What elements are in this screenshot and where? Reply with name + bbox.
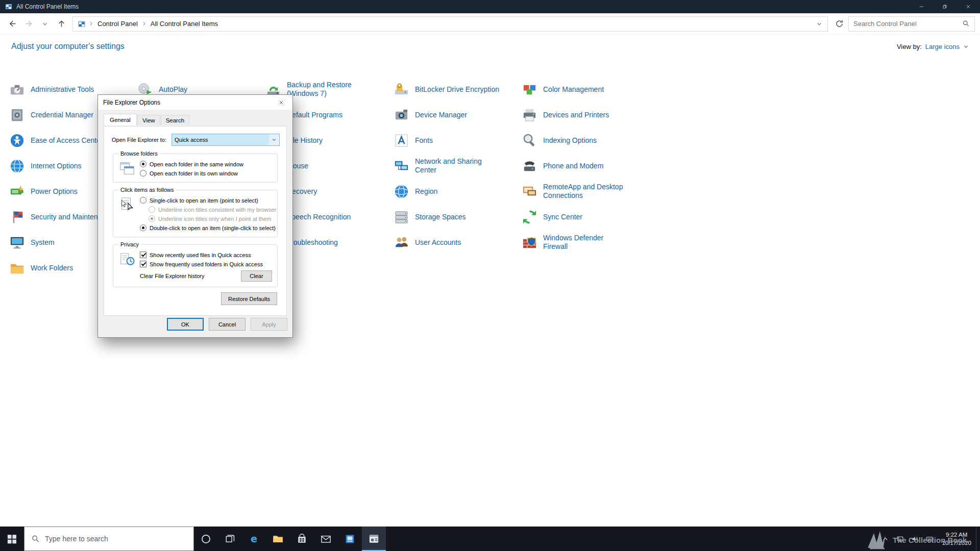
apply-button[interactable]: Apply xyxy=(251,318,287,331)
recent-locations-button[interactable] xyxy=(38,17,52,31)
radio-control[interactable] xyxy=(140,170,146,177)
radio-option-open-each-folder-in-the-same-window[interactable]: Open each folder in the same window xyxy=(140,161,274,167)
radio-control xyxy=(149,206,155,213)
pinned-app-button[interactable] xyxy=(338,527,362,551)
chevron-down-icon xyxy=(963,44,969,49)
combobox-value: Quick access xyxy=(172,134,269,145)
address-dropdown-button[interactable] xyxy=(813,17,825,31)
control-panel-button[interactable] xyxy=(362,527,386,551)
ok-button[interactable]: OK xyxy=(167,318,204,331)
user-accounts-icon xyxy=(394,235,409,251)
dialog-close-button[interactable] xyxy=(270,95,292,110)
task-view-button[interactable] xyxy=(218,527,242,551)
cancel-button[interactable]: Cancel xyxy=(209,318,246,331)
option-label: Underline icon titles consistent with my… xyxy=(158,207,276,213)
radio-control[interactable] xyxy=(140,161,146,167)
control-panel-item-color-management[interactable]: Color Management xyxy=(522,77,650,102)
item-label: Sync Center xyxy=(543,213,582,221)
radio-option-double-click-to-open-an-item-single-click-to-select[interactable]: Double-click to open an item (single-cli… xyxy=(140,224,274,231)
back-button[interactable] xyxy=(5,17,19,31)
checkbox-option-show-frequently-used-folders-in-quick-access[interactable]: Show frequently used folders in Quick ac… xyxy=(140,261,274,267)
store-button[interactable] xyxy=(290,527,314,551)
view-by-control[interactable]: View by: Large icons xyxy=(897,43,969,51)
control-panel-item-windows-defender-firewall[interactable]: Windows Defender Firewall xyxy=(522,230,650,255)
checkbox-control[interactable] xyxy=(140,252,146,258)
remoteapp-icon xyxy=(522,184,537,199)
forward-button[interactable] xyxy=(21,17,36,31)
chevron-down-icon xyxy=(272,137,277,142)
back-icon xyxy=(8,19,17,29)
power-options-icon xyxy=(9,184,25,199)
taskbar-search-box[interactable]: Type here to search xyxy=(24,527,194,551)
devices-printers-icon xyxy=(522,107,537,123)
windows-logo-icon xyxy=(6,533,18,545)
close-button[interactable] xyxy=(957,0,980,13)
control-panel-item-region[interactable]: Region xyxy=(394,179,522,204)
control-panel-item-device-manager[interactable]: Device Manager xyxy=(394,102,522,128)
taskbar-clock[interactable]: 9:22 AM 10/17/2020 xyxy=(937,531,976,547)
radio-option-open-each-folder-in-its-own-window[interactable]: Open each folder in its own window xyxy=(140,170,274,177)
file-explorer-button[interactable] xyxy=(266,527,290,551)
minimize-button[interactable] xyxy=(910,0,933,13)
view-by-label: View by: xyxy=(897,43,922,51)
store-icon xyxy=(296,533,308,545)
control-panel-item-phone-and-modem[interactable]: Phone and Modem xyxy=(522,153,650,179)
radio-option-single-click-to-open-an-item-point-to-select[interactable]: Single-click to open an item (point to s… xyxy=(140,197,274,204)
network-button[interactable] xyxy=(893,527,908,551)
control-panel-item-storage-spaces[interactable]: Storage Spaces xyxy=(394,204,522,230)
item-label: Devices and Printers xyxy=(543,111,609,119)
radio-control[interactable] xyxy=(140,224,146,231)
general-tab-page: Open File Explorer to: Quick access Brow… xyxy=(104,126,287,316)
tab-general[interactable]: General xyxy=(104,114,137,126)
system-icon xyxy=(9,235,25,251)
bitlocker-icon xyxy=(394,82,409,97)
control-panel-item-indexing-options[interactable]: Indexing Options xyxy=(522,128,650,153)
view-by-value[interactable]: Large icons xyxy=(925,43,960,51)
window-title: All Control Panel Items xyxy=(16,3,79,10)
keyboard-icon xyxy=(925,535,934,543)
checkbox-control[interactable] xyxy=(140,261,146,267)
tab-view[interactable]: View xyxy=(137,115,160,125)
option-label: Double-click to open an item (single-cli… xyxy=(150,225,276,231)
search-box[interactable]: Search Control Panel xyxy=(848,16,975,32)
checkbox-option-show-recently-used-files-in-quick-access[interactable]: Show recently used files in Quick access xyxy=(140,252,274,258)
option-label: Open each folder in its own window xyxy=(150,170,238,177)
mail-button[interactable] xyxy=(314,527,338,551)
breadcrumb-item-control-panel[interactable]: Control Panel xyxy=(94,20,141,28)
administrative-tools-icon xyxy=(9,82,25,97)
device-manager-icon xyxy=(394,107,409,123)
breadcrumb-item-all-control-panel-items[interactable]: All Control Panel Items xyxy=(147,20,222,28)
cortana-button[interactable] xyxy=(194,527,218,551)
touch-keyboard-button[interactable] xyxy=(922,527,937,551)
edge-button[interactable]: e xyxy=(242,527,266,551)
open-to-label: Open File Explorer to: xyxy=(112,137,166,143)
volume-button[interactable] xyxy=(908,527,922,551)
credential-manager-icon xyxy=(9,107,25,123)
hidden-icons-button[interactable] xyxy=(878,527,893,551)
control-panel-item-user-accounts[interactable]: User Accounts xyxy=(394,230,522,255)
restore-defaults-button[interactable]: Restore Defaults xyxy=(221,292,277,305)
tab-search[interactable]: Search xyxy=(161,115,189,125)
control-panel-item-devices-and-printers[interactable]: Devices and Printers xyxy=(522,102,650,128)
radio-control[interactable] xyxy=(140,197,146,204)
control-panel-item-remoteapp-and-desktop-connections[interactable]: RemoteApp and Desktop Connections xyxy=(522,179,650,204)
address-bar[interactable]: Control PanelAll Control Panel Items xyxy=(72,16,828,32)
taskbar-search-placeholder: Type here to search xyxy=(45,535,108,543)
window-controls xyxy=(910,0,980,13)
combobox-arrow[interactable] xyxy=(269,134,279,145)
control-panel-item-bitlocker-drive-encryption[interactable]: BitLocker Drive Encryption xyxy=(394,77,522,102)
control-panel-item-fonts[interactable]: Fonts xyxy=(394,128,522,153)
control-panel-item-network-and-sharing-center[interactable]: Network and Sharing Center xyxy=(394,153,522,179)
start-button[interactable] xyxy=(0,527,24,551)
cortana-icon xyxy=(200,533,212,545)
show-desktop-button[interactable] xyxy=(976,527,979,551)
up-button[interactable] xyxy=(54,17,68,31)
clear-button[interactable]: Clear xyxy=(241,270,272,282)
open-to-combobox[interactable]: Quick access xyxy=(172,134,280,146)
control-panel-item-sync-center[interactable]: Sync Center xyxy=(522,204,650,230)
dialog-tabs: GeneralViewSearch xyxy=(104,114,190,125)
ease-of-access-icon xyxy=(9,133,25,148)
item-label: Default Programs xyxy=(287,111,342,119)
restore-button[interactable] xyxy=(933,0,957,13)
refresh-button[interactable] xyxy=(832,17,846,31)
